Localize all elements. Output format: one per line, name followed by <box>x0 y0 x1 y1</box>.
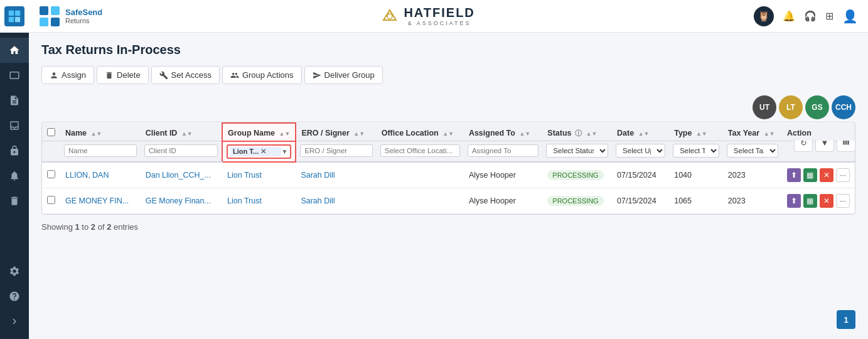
row1-more-icon[interactable]: ··· <box>836 168 850 182</box>
delete-label: Delete <box>117 70 141 80</box>
filter-group-cell: Lion T... ✕ ▼ <box>222 141 296 163</box>
th-status[interactable]: Status ⓘ ▲▼ <box>542 123 612 141</box>
row1-client-id[interactable]: Dan Llion_CCH_... <box>141 162 222 188</box>
row2-more-icon[interactable]: ··· <box>836 194 850 208</box>
row1-checkbox[interactable] <box>47 170 55 178</box>
sidebar-item-settings[interactable] <box>9 259 20 284</box>
filter-assigned-input[interactable] <box>468 144 538 157</box>
th-assigned-to[interactable]: Assigned To ▲▼ <box>464 123 542 141</box>
sidebar-item-security[interactable] <box>0 138 29 163</box>
page-1-button[interactable]: 1 <box>837 310 855 329</box>
row2-client-id[interactable]: GE Money Finan... <box>141 188 222 214</box>
content-area: Tax Returns In-Process Assign Delete Set… <box>29 33 868 339</box>
row2-group-name[interactable]: Lion Trust <box>222 188 296 214</box>
filter-client-cell <box>141 141 222 163</box>
page-title: Tax Returns In-Process <box>41 43 855 57</box>
owl-icon[interactable]: 🦉 <box>754 6 774 26</box>
group-filter-dropdown-icon[interactable]: ▼ <box>281 148 287 155</box>
svg-rect-0 <box>9 11 14 16</box>
headset-icon[interactable]: 🎧 <box>804 10 817 22</box>
deliver-group-button[interactable]: Deliver Group <box>304 66 383 84</box>
row1-name[interactable]: LLION, DAN <box>60 162 141 188</box>
filter-assigned-cell <box>464 141 542 163</box>
th-office-location[interactable]: Office Location ▲▼ <box>377 123 464 141</box>
group-actions-button[interactable]: Group Actions <box>222 66 302 84</box>
expand-icon <box>9 316 20 327</box>
data-table: Name ▲▼ Client ID ▲▼ Group Name ▲▼ ERO <box>41 122 855 215</box>
filter-client-input[interactable] <box>144 144 218 157</box>
row2-status: PROCESSING <box>542 188 612 214</box>
avatar-lt[interactable]: LT <box>779 95 803 119</box>
delete-button[interactable]: Delete <box>97 66 149 84</box>
sort-date-icon: ▲▼ <box>638 131 650 137</box>
row2-deliver-icon[interactable]: ⬆ <box>787 194 801 208</box>
main-content: SafeSend Returns HATFIELD & ASSOCIATES 🦉… <box>29 0 868 339</box>
row1-type: 1040 <box>669 162 723 188</box>
user-icon[interactable]: 👤 <box>842 9 858 24</box>
sidebar-item-returns[interactable] <box>0 63 29 88</box>
th-client[interactable]: Client ID ▲▼ <box>141 123 222 141</box>
sidebar-item-expand[interactable] <box>9 309 20 334</box>
status-info-icon: ⓘ <box>575 129 582 137</box>
sidebar-item-bell[interactable] <box>0 163 29 188</box>
sidebar-item-help[interactable] <box>9 284 20 309</box>
sort-office-icon: ▲▼ <box>442 131 454 137</box>
row1-action-icons: ⬆ ▦ ✕ ··· <box>787 168 850 182</box>
svg-rect-7 <box>51 18 60 26</box>
clear-group-filter-button[interactable]: ✕ <box>260 148 266 156</box>
safesend-label: SafeSend <box>65 8 102 17</box>
row1-delete-icon[interactable]: ✕ <box>820 168 833 182</box>
sidebar <box>0 0 29 339</box>
th-name[interactable]: Name ▲▼ <box>60 123 141 141</box>
row1-deliver-icon[interactable]: ⬆ <box>787 168 801 182</box>
sidebar-item-documents[interactable] <box>0 88 29 113</box>
select-all-checkbox[interactable] <box>47 128 55 136</box>
sort-name-icon: ▲▼ <box>91 131 102 137</box>
th-type[interactable]: Type ▲▼ <box>669 123 723 141</box>
people-icon <box>230 71 239 80</box>
sidebar-item-home[interactable] <box>0 38 29 63</box>
avatar-gs[interactable]: GS <box>805 95 829 119</box>
row1-excel-icon[interactable]: ▦ <box>803 168 817 182</box>
th-date[interactable]: Date ▲▼ <box>612 123 669 141</box>
person-icon <box>50 71 58 80</box>
row1-actions: ⬆ ▦ ✕ ··· <box>782 162 855 188</box>
filter-status-select[interactable]: Select Status <box>546 144 608 158</box>
notifications-icon[interactable]: 🔔 <box>783 10 795 22</box>
group-name-filter-control[interactable]: Lion T... ✕ ▼ <box>227 144 291 159</box>
row1-group-name[interactable]: Lion Trust <box>222 162 296 188</box>
filter-taxyear-cell: Select Tax... <box>723 141 782 163</box>
avatar-cch[interactable]: CCH <box>832 95 855 119</box>
filter-name-input[interactable] <box>64 144 137 157</box>
th-checkbox <box>42 123 60 141</box>
th-ero-signer[interactable]: ERO / Signer ▲▼ <box>296 123 376 141</box>
row2-office-location <box>377 188 464 214</box>
row2-checkbox[interactable] <box>47 196 55 204</box>
th-tax-year[interactable]: Tax Year ▲▼ <box>723 123 782 141</box>
safesend-logo-icon <box>39 6 60 27</box>
th-group-name[interactable]: Group Name ▲▼ <box>222 123 296 141</box>
hatfield-logo: HATFIELD & ASSOCIATES <box>381 6 474 26</box>
assign-button[interactable]: Assign <box>41 66 94 84</box>
pagination: 1 <box>837 310 855 329</box>
filter-date-select[interactable]: Select Up <box>616 144 665 158</box>
inbox-icon <box>9 120 20 131</box>
row1-office-location <box>377 162 464 188</box>
grid-icon[interactable]: ⊞ <box>825 10 833 22</box>
row2-name[interactable]: GE MONEY FIN... <box>60 188 141 214</box>
row1-tax-year: 2023 <box>723 162 782 188</box>
avatar-ut[interactable]: UT <box>753 95 776 119</box>
filter-taxyear-select[interactable]: Select Tax... <box>727 144 778 158</box>
filter-ero-input[interactable] <box>300 144 372 157</box>
set-access-button[interactable]: Set Access <box>151 66 220 84</box>
row2-delete-icon[interactable]: ✕ <box>820 194 833 208</box>
filter-office-input[interactable] <box>380 144 460 157</box>
sort-status-icon: ▲▼ <box>586 131 597 137</box>
row1-date: 07/15/2024 <box>612 162 669 188</box>
filter-type-select[interactable]: Select Typ... <box>673 144 719 158</box>
row2-excel-icon[interactable]: ▦ <box>803 194 817 208</box>
lock-icon <box>9 145 20 156</box>
sidebar-item-inbox[interactable] <box>0 113 29 138</box>
sidebar-item-trash[interactable] <box>0 188 29 213</box>
row1-ero-signer: Sarah Dill <box>296 162 376 188</box>
